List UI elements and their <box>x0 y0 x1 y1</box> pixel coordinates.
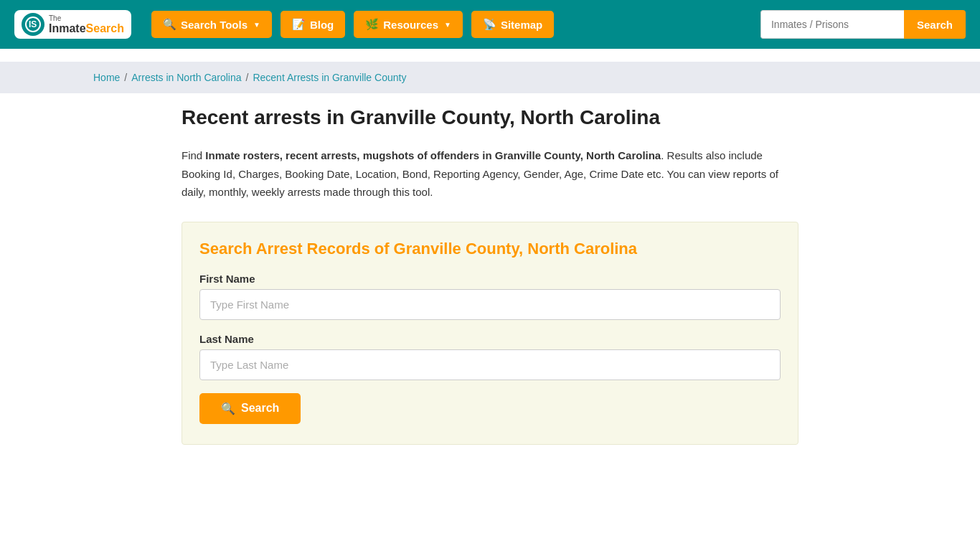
header-search-container: Search <box>760 10 966 39</box>
search-tools-icon: 🔍 <box>163 18 176 31</box>
breadcrumb-sep-1: / <box>124 72 127 83</box>
breadcrumb-bar: Home / Arrests in North Carolina / Recen… <box>0 62 980 93</box>
first-name-group: First Name <box>199 273 781 320</box>
blog-button[interactable]: 📝 Blog <box>281 11 345 38</box>
search-submit-label: Search <box>241 402 279 415</box>
search-submit-icon: 🔍 <box>221 402 235 415</box>
breadcrumb: Home / Arrests in North Carolina / Recen… <box>93 72 887 83</box>
search-tools-button[interactable]: 🔍 Search Tools ▼ <box>151 11 272 38</box>
logo-the: The <box>49 14 124 22</box>
search-tools-caret-icon: ▼ <box>253 21 260 29</box>
resources-icon: 🌿 <box>365 18 379 31</box>
logo-icon: IS <box>22 13 44 36</box>
logo-search-word: Search <box>86 22 124 34</box>
main-content: Recent arrests in Granville County, Nort… <box>167 106 813 445</box>
resources-label: Resources <box>383 19 438 31</box>
breadcrumb-arrests-nc[interactable]: Arrests in North Carolina <box>131 72 241 83</box>
svg-text:IS: IS <box>29 19 37 29</box>
description-intro: Find <box>182 149 205 161</box>
search-submit-button[interactable]: 🔍 Search <box>199 393 301 424</box>
breadcrumb-home[interactable]: Home <box>93 72 120 83</box>
logo-text: The InmateSearch <box>49 14 124 35</box>
page-title: Recent arrests in Granville County, Nort… <box>182 106 798 129</box>
resources-caret-icon: ▼ <box>444 21 451 29</box>
navbar: IS The InmateSearch 🔍 Search Tools ▼ 📝 B… <box>0 0 980 49</box>
resources-button[interactable]: 🌿 Resources ▼ <box>354 11 463 38</box>
search-section: Search Arrest Records of Granville Count… <box>182 222 798 445</box>
breadcrumb-current: Recent Arrests in Granville County <box>253 72 406 83</box>
sitemap-label: Sitemap <box>501 19 542 31</box>
blog-icon: 📝 <box>292 18 306 31</box>
logo-box: IS The InmateSearch <box>14 10 131 39</box>
header-search-label: Search <box>917 19 953 31</box>
last-name-group: Last Name <box>199 333 781 380</box>
first-name-label: First Name <box>199 273 781 285</box>
first-name-input[interactable] <box>199 289 781 320</box>
search-tools-label: Search Tools <box>181 19 248 31</box>
last-name-label: Last Name <box>199 333 781 345</box>
blog-label: Blog <box>310 19 334 31</box>
sitemap-button[interactable]: 📡 Sitemap <box>471 11 554 38</box>
search-section-title: Search Arrest Records of Granville Count… <box>199 240 781 258</box>
breadcrumb-sep-2: / <box>246 72 249 83</box>
logo-inmate: Inmate <box>49 22 86 34</box>
logo-link[interactable]: IS The InmateSearch <box>14 10 131 39</box>
sitemap-icon: 📡 <box>483 18 496 31</box>
description-bold: Inmate rosters, recent arrests, mugshots… <box>205 149 661 161</box>
header-search-input[interactable] <box>760 10 904 39</box>
logo-name: InmateSearch <box>49 22 124 35</box>
header-search-button[interactable]: Search <box>904 10 966 39</box>
page-description: Find Inmate rosters, recent arrests, mug… <box>182 146 798 202</box>
last-name-input[interactable] <box>199 349 781 380</box>
